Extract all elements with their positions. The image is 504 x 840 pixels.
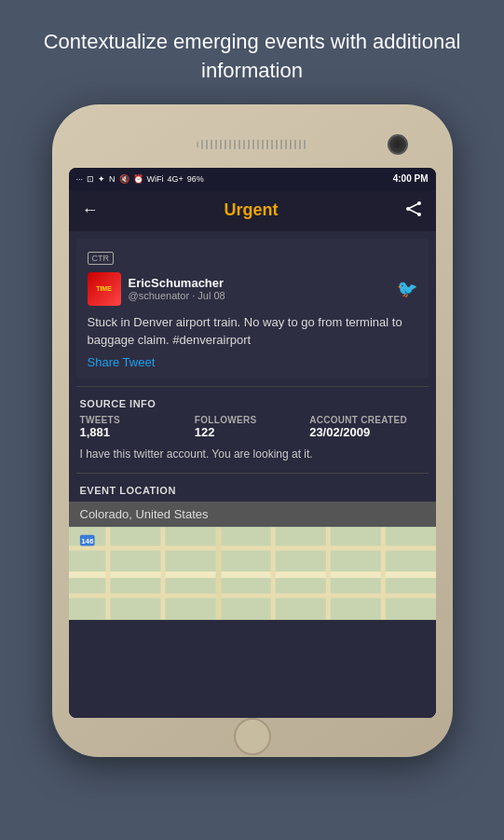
bluetooth-icon: ✦ — [98, 174, 105, 184]
user-info: EricSchumacher @schuenator · Jul 08 — [129, 276, 225, 301]
phone-bottom — [69, 718, 436, 755]
alarm-icon: ⏰ — [133, 174, 143, 184]
divider-2 — [76, 473, 429, 474]
camera — [388, 134, 408, 155]
phone-frame: ··· ⊡ ✦ N 🔇 ⏰ WiFi 4G+ 96% 4:00 PM ← Urg… — [52, 104, 453, 757]
phone-top — [69, 121, 436, 168]
avatar: TIME — [88, 272, 121, 306]
account-created-value: 23/02/2009 — [309, 425, 424, 439]
tweet-text: Stuck in Denver airport train. No way to… — [88, 313, 417, 350]
tweet-user: TIME EricSchumacher @schuenator · Jul 08 — [88, 272, 225, 306]
battery-icon: 96% — [187, 174, 204, 184]
svg-rect-12 — [270, 528, 275, 620]
back-button[interactable]: ← — [82, 200, 99, 220]
wifi-icon: WiFi — [147, 174, 164, 184]
sound-icon: 🔇 — [119, 174, 129, 184]
svg-rect-14 — [380, 528, 385, 620]
svg-line-4 — [408, 209, 419, 214]
tweets-label: TWEETS — [80, 415, 195, 425]
tweets-stat: TWEETS 1,881 — [80, 415, 195, 439]
status-time: 4:00 PM — [393, 173, 429, 184]
status-left-icons: ··· ⊡ ✦ N 🔇 ⏰ WiFi 4G+ 96% — [76, 174, 204, 184]
tweet-header: TIME EricSchumacher @schuenator · Jul 08… — [88, 272, 417, 306]
source-description: I have this twitter account. You are loo… — [80, 447, 425, 462]
share-button[interactable] — [404, 201, 423, 220]
page-header: Contextualize emerging events with addit… — [0, 0, 504, 104]
app-header: ← Urgent — [69, 190, 436, 231]
home-button[interactable] — [234, 718, 271, 755]
divider — [76, 386, 429, 387]
app-title: Urgent — [225, 200, 279, 220]
svg-rect-11 — [215, 528, 221, 620]
menu-icon: ··· — [76, 174, 84, 184]
location-place: Colorado, United States — [69, 502, 436, 527]
user-handle: @schuenator · Jul 08 — [129, 290, 225, 301]
map-svg: 146 — [69, 527, 436, 620]
svg-text:146: 146 — [81, 538, 94, 546]
event-location-section: EVENT LOCATION Colorado, United States — [69, 477, 436, 620]
tweets-value: 1,881 — [80, 425, 195, 439]
followers-stat: FOLLOWERS 122 — [195, 415, 309, 439]
username: EricSchumacher — [129, 276, 225, 290]
source-info-label: SOURCE INFO — [69, 391, 436, 415]
svg-line-3 — [408, 203, 419, 209]
account-created-stat: ACCOUNT CREATED 23/02/2009 — [309, 415, 424, 439]
ctr-badge: CTR — [88, 252, 115, 265]
twitter-icon: 🐦 — [397, 279, 417, 299]
event-location-label: EVENT LOCATION — [69, 477, 436, 502]
svg-rect-9 — [105, 528, 110, 620]
followers-value: 122 — [195, 425, 309, 439]
nfc-icon: N — [109, 174, 116, 184]
screenshot-icon: ⊡ — [87, 174, 94, 184]
tweet-card: CTR TIME EricSchumacher @schuenator · Ju… — [76, 239, 429, 379]
svg-rect-10 — [160, 528, 165, 620]
map-preview: 146 — [69, 527, 436, 620]
status-bar: ··· ⊡ ✦ N 🔇 ⏰ WiFi 4G+ 96% 4:00 PM — [69, 168, 436, 190]
source-info: TWEETS 1,881 FOLLOWERS 122 ACCOUNT CREAT… — [69, 415, 436, 470]
source-info-section: SOURCE INFO TWEETS 1,881 FOLLOWERS 122 A… — [69, 391, 436, 470]
4g-icon: 4G+ — [168, 174, 184, 184]
header-text: Contextualize emerging events with addit… — [44, 30, 461, 82]
followers-label: FOLLOWERS — [195, 415, 309, 425]
svg-rect-13 — [325, 528, 330, 620]
phone-screen: ··· ⊡ ✦ N 🔇 ⏰ WiFi 4G+ 96% 4:00 PM ← Urg… — [69, 168, 436, 718]
stats-row: TWEETS 1,881 FOLLOWERS 122 ACCOUNT CREAT… — [80, 415, 425, 439]
speaker-grille — [197, 140, 308, 149]
content-area: CTR TIME EricSchumacher @schuenator · Ju… — [69, 231, 436, 718]
account-created-label: ACCOUNT CREATED — [309, 415, 424, 425]
share-tweet-link[interactable]: Share Tweet — [88, 355, 417, 369]
